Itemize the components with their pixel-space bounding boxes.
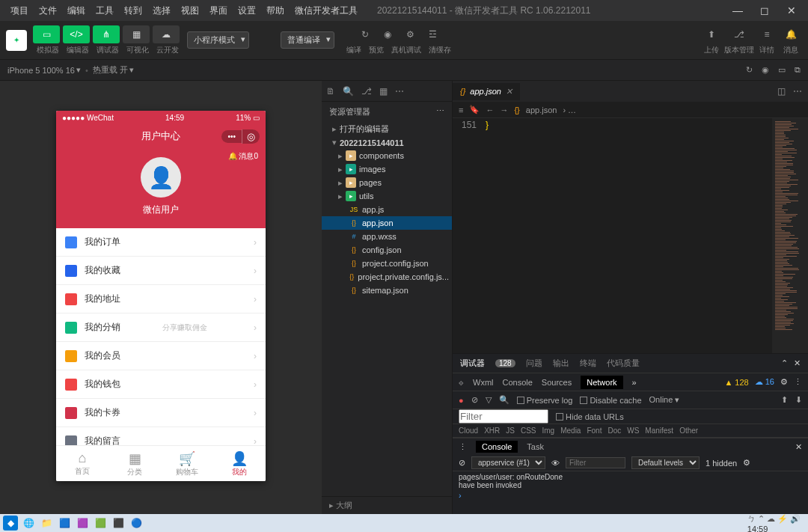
task-icon[interactable]: ⬛ xyxy=(111,516,126,531)
explorer-ext-icon[interactable]: ▦ xyxy=(379,86,388,97)
explorer-more-icon[interactable]: ⋯ xyxy=(395,86,404,97)
network-filter-input[interactable] xyxy=(459,409,548,424)
eye-icon[interactable]: 👁 xyxy=(551,459,560,468)
file-config.json[interactable]: {}config.json xyxy=(322,243,452,257)
task-icon[interactable]: 🔵 xyxy=(129,516,144,531)
list-item[interactable]: 我的钱包› xyxy=(56,370,266,399)
explorer-search-icon[interactable]: 🔍 xyxy=(343,86,354,97)
settings-icon[interactable]: ⚙ xyxy=(780,377,788,387)
list-item[interactable]: 我的分销分享赚取佣金› xyxy=(56,314,266,342)
menu-文件[interactable]: 文件 xyxy=(34,1,61,20)
tab-problems[interactable]: 问题 xyxy=(526,358,542,369)
hot-reload-select[interactable]: 热重载 开 xyxy=(93,64,128,76)
editor-toggle[interactable]: </> xyxy=(63,25,90,43)
capsule-menu-icon[interactable]: ••• xyxy=(221,130,242,143)
file-app.wxss[interactable]: #app.wxss xyxy=(322,230,452,243)
popout-icon[interactable]: ⧉ xyxy=(795,65,801,75)
console-clear-icon[interactable]: ⊘ xyxy=(459,458,465,468)
minimap[interactable] xyxy=(772,118,808,353)
drawer-console-tab[interactable]: Console xyxy=(476,441,518,453)
task-icon[interactable]: 🟪 xyxy=(75,516,90,531)
tab-quality[interactable]: 代码质量 xyxy=(607,358,640,369)
panel-close-icon[interactable]: ✕ xyxy=(794,358,801,368)
device-select[interactable]: iPhone 5 100% 16 xyxy=(7,66,75,75)
close-icon[interactable]: ✕ xyxy=(781,4,802,16)
file-project.config.json[interactable]: {}project.config.json xyxy=(322,257,452,270)
menu-选择[interactable]: 选择 xyxy=(148,1,175,20)
compile-icon[interactable]: ↻ xyxy=(354,25,376,43)
crumb-back-icon[interactable]: ← xyxy=(486,106,494,114)
nettype-JS[interactable]: JS xyxy=(506,426,515,435)
tab-output[interactable]: 输出 xyxy=(553,358,569,369)
preserve-log-checkbox[interactable]: Preserve log xyxy=(517,396,573,405)
dt-network[interactable]: Network xyxy=(581,376,622,389)
explorer-files-icon[interactable]: 🗎 xyxy=(326,86,335,97)
tray-icons[interactable]: ㄅ ⌃ ☁ ⚡ 🔊 xyxy=(747,513,801,525)
nettype-Doc[interactable]: Doc xyxy=(607,426,621,435)
dt-more-icon[interactable]: » xyxy=(632,378,637,387)
upload-har-icon[interactable]: ⬆ xyxy=(781,395,788,405)
filter-icon[interactable]: ▽ xyxy=(486,395,492,405)
nettype-WS[interactable]: WS xyxy=(627,426,639,435)
file-project.private.config.js...[interactable]: {}project.private.config.js... xyxy=(322,270,452,284)
debugger-toggle[interactable]: ⋔ xyxy=(93,25,120,43)
folder-utils[interactable]: ▸▸utils xyxy=(322,189,452,203)
menu-工具[interactable]: 工具 xyxy=(91,1,118,20)
rotate-icon[interactable]: ▭ xyxy=(778,65,786,75)
menu-设置[interactable]: 设置 xyxy=(233,1,260,20)
clear-cache-icon[interactable]: ☲ xyxy=(421,25,444,43)
menu-帮助[interactable]: 帮助 xyxy=(262,1,289,20)
code-editor[interactable]: 151 } xyxy=(453,118,808,353)
list-item[interactable]: 我的收藏› xyxy=(56,257,266,285)
list-item[interactable]: 我的订单› xyxy=(56,228,266,257)
version-icon[interactable]: ⎇ xyxy=(728,25,750,43)
task-icon[interactable]: 🌐 xyxy=(21,516,36,531)
detail-icon[interactable]: ≡ xyxy=(756,25,778,43)
console-settings-icon[interactable]: ⚙ xyxy=(743,458,750,468)
remote-debug-icon[interactable]: ⚙ xyxy=(399,25,421,43)
breadcrumb-file[interactable]: app.json xyxy=(526,106,557,114)
menu-项目[interactable]: 项目 xyxy=(6,1,33,20)
levels-select[interactable]: Default levels xyxy=(631,456,700,469)
menu-编辑[interactable]: 编辑 xyxy=(63,1,90,20)
folder-pages[interactable]: ▸▸pages xyxy=(322,176,452,189)
list-item[interactable]: 我的地址› xyxy=(56,285,266,314)
tabbar-分类[interactable]: ▦分类 xyxy=(108,446,161,481)
capsule-close-icon[interactable]: ◎ xyxy=(242,129,260,144)
drawer-task-tab[interactable]: Task xyxy=(527,442,544,451)
refresh-icon[interactable]: ↻ xyxy=(746,65,753,75)
editor-more-icon[interactable]: ⋯ xyxy=(793,86,802,97)
nettype-XHR[interactable]: XHR xyxy=(484,426,500,435)
project-root[interactable]: ▾20221215144011 xyxy=(322,136,452,149)
split-editor-icon[interactable]: ◫ xyxy=(777,86,786,97)
menu-视图[interactable]: 视图 xyxy=(177,1,203,20)
list-item[interactable]: 我的卡券› xyxy=(56,399,266,427)
info-count[interactable]: ☁ 16 xyxy=(755,377,774,387)
tabbar-我的[interactable]: 👤我的 xyxy=(213,446,266,481)
tabbar-首页[interactable]: ⌂首页 xyxy=(56,446,108,481)
tab-terminal[interactable]: 终端 xyxy=(580,358,596,369)
record-icon[interactable]: ● xyxy=(459,396,464,405)
panel-up-icon[interactable]: ⌃ xyxy=(781,358,788,368)
clear-icon[interactable]: ⊘ xyxy=(471,395,478,405)
nettype-Manifest[interactable]: Manifest xyxy=(645,426,673,435)
tab-close-icon[interactable]: ✕ xyxy=(506,87,512,97)
console-prompt[interactable]: › xyxy=(453,491,808,500)
crumb-bookmark-icon[interactable]: 🔖 xyxy=(469,105,480,114)
open-editors-section[interactable]: ▸打开的编辑器 xyxy=(322,122,452,136)
dt-console[interactable]: Console xyxy=(503,378,533,387)
nettype-Cloud[interactable]: Cloud xyxy=(459,426,478,435)
menu-界面[interactable]: 界面 xyxy=(205,1,232,20)
folder-images[interactable]: ▸▸images xyxy=(322,162,452,176)
preview-icon[interactable]: ◉ xyxy=(376,25,399,43)
inspect-icon[interactable]: ⟐ xyxy=(459,378,464,387)
task-icon[interactable]: 📁 xyxy=(39,516,54,531)
folder-components[interactable]: ▸▸components xyxy=(322,149,452,162)
msg-badge[interactable]: 🔔 消息0 xyxy=(228,151,258,162)
crumb-list-icon[interactable]: ≡ xyxy=(459,106,463,114)
cloud-toggle[interactable]: ☁ xyxy=(153,25,180,43)
message-icon[interactable]: 🔔 xyxy=(780,25,802,43)
menu-转到[interactable]: 转到 xyxy=(120,1,147,20)
record-icon[interactable]: ◉ xyxy=(762,65,769,75)
context-select[interactable]: appservice (#1) xyxy=(471,456,545,469)
